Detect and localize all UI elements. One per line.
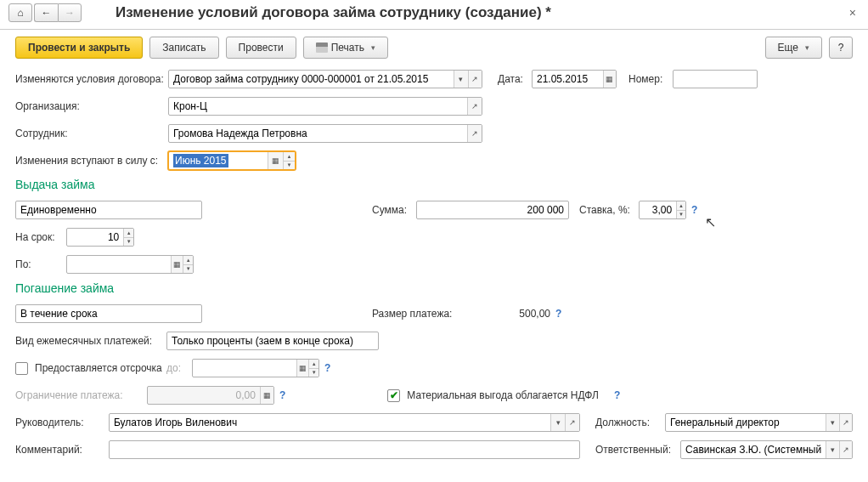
dropdown-icon[interactable]: ▾ <box>550 414 565 431</box>
close-icon[interactable]: × <box>846 6 860 20</box>
effective-field[interactable]: Июнь 2015 ▦ ▲▼ <box>168 151 296 170</box>
till-field[interactable]: ▦ ▲▼ <box>66 255 194 274</box>
calc-icon: ▦ <box>260 387 273 404</box>
comment-label: Комментарий: <box>15 444 109 456</box>
payment-value: 500,00 <box>474 308 550 320</box>
hint-icon[interactable]: ? <box>691 204 697 216</box>
open-icon[interactable]: ↗ <box>467 125 482 142</box>
limit-field: ▦ <box>147 386 274 405</box>
printer-icon <box>316 43 328 53</box>
page-title: Изменение условий договора займа сотрудн… <box>116 4 846 21</box>
open-icon[interactable]: ↗ <box>565 414 579 431</box>
delay-checkbox[interactable] <box>15 362 28 375</box>
open-icon[interactable]: ↗ <box>467 98 482 115</box>
date-label: Дата: <box>498 73 532 85</box>
org-label: Организация: <box>15 100 168 112</box>
position-field[interactable]: ▾ ↗ <box>665 413 853 432</box>
write-button[interactable]: Записать <box>149 37 218 59</box>
repay-mode-field[interactable] <box>15 304 202 323</box>
post-and-close-button[interactable]: Провести и закрыть <box>15 37 143 59</box>
spinner[interactable]: ▲▼ <box>123 229 133 246</box>
open-icon[interactable]: ↗ <box>839 414 852 431</box>
number-label: Номер: <box>628 73 673 85</box>
home-button[interactable]: ⌂ <box>8 3 32 22</box>
forward-button[interactable]: → <box>58 3 82 22</box>
till-label: По: <box>15 258 66 270</box>
payment-label: Размер платежа: <box>372 308 474 320</box>
print-button[interactable]: Печать <box>303 37 388 59</box>
responsible-label: Ответственный: <box>595 444 680 456</box>
ndfl-label: Материальная выгода облагается НДФЛ <box>407 389 599 401</box>
responsible-field[interactable]: ▾ ↗ <box>680 440 853 459</box>
term-field[interactable]: ▲▼ <box>66 228 134 247</box>
spinner[interactable]: ▲▼ <box>676 201 685 218</box>
delay-till-label: до: <box>166 362 192 374</box>
number-field[interactable] <box>673 70 758 88</box>
spinner[interactable]: ▲▼ <box>183 256 193 273</box>
comment-field[interactable] <box>109 440 580 459</box>
hint-icon[interactable]: ? <box>614 389 620 401</box>
calendar-icon[interactable]: ▦ <box>296 360 309 377</box>
rate-field[interactable]: ▲▼ <box>639 201 686 219</box>
dropdown-icon[interactable]: ▾ <box>826 441 838 458</box>
calendar-icon[interactable]: ▦ <box>268 152 283 169</box>
repay-section-header: Погашение займа <box>15 281 853 295</box>
monthly-type-field[interactable] <box>166 332 379 350</box>
title-bar: ⌂ ← → Изменение условий договора займа с… <box>0 0 868 30</box>
issue-mode-field[interactable] <box>15 201 202 219</box>
employee-label: Сотрудник: <box>15 128 168 139</box>
delay-label: Предоставляется отсрочка <box>35 362 166 374</box>
hint-icon[interactable]: ? <box>324 362 330 374</box>
command-bar: Провести и закрыть Записать Провести Печ… <box>0 30 868 65</box>
date-field[interactable]: ▦ <box>532 70 617 88</box>
org-field[interactable]: ↗ <box>168 97 482 116</box>
contract-label: Изменяются условия договора: <box>15 73 168 85</box>
calendar-icon[interactable]: ▦ <box>603 71 616 88</box>
limit-label: Ограничение платежа: <box>15 389 147 401</box>
hint-icon[interactable]: ? <box>279 389 285 401</box>
term-label: На срок: <box>15 231 66 243</box>
nav-buttons: ⌂ ← → <box>8 3 82 22</box>
manager-label: Руководитель: <box>15 417 109 428</box>
form-body: Изменяются условия договора: ▾ ↗ Дата: ▦… <box>0 65 868 470</box>
sum-label: Сумма: <box>372 204 416 216</box>
spinner[interactable]: ▲▼ <box>283 152 295 169</box>
dropdown-icon[interactable]: ▾ <box>454 71 467 88</box>
effective-label: Изменения вступают в силу с: <box>15 155 168 167</box>
more-button[interactable]: Еще <box>765 37 822 59</box>
position-label: Должность: <box>595 417 665 428</box>
contract-field[interactable]: ▾ ↗ <box>168 70 482 88</box>
post-button[interactable]: Провести <box>226 37 296 59</box>
issue-section-header: Выдача займа <box>15 178 853 191</box>
ndfl-checkbox[interactable]: ✔ <box>387 389 400 402</box>
dropdown-icon[interactable]: ▾ <box>826 414 838 431</box>
calendar-icon[interactable]: ▦ <box>171 256 183 273</box>
employee-field[interactable]: ↗ <box>168 124 482 143</box>
open-icon[interactable]: ↗ <box>468 71 482 88</box>
manager-field[interactable]: ▾ ↗ <box>109 413 580 432</box>
delay-till-field[interactable]: ▦ ▲▼ <box>192 359 319 377</box>
back-button[interactable]: ← <box>34 3 58 22</box>
spinner[interactable]: ▲▼ <box>308 360 318 377</box>
open-icon[interactable]: ↗ <box>839 441 852 458</box>
monthly-type-label: Вид ежемесячных платежей: <box>15 335 166 347</box>
rate-label: Ставка, %: <box>579 204 639 216</box>
sum-field[interactable] <box>416 201 569 219</box>
help-button[interactable]: ? <box>829 37 853 59</box>
hint-icon[interactable]: ? <box>555 308 561 320</box>
